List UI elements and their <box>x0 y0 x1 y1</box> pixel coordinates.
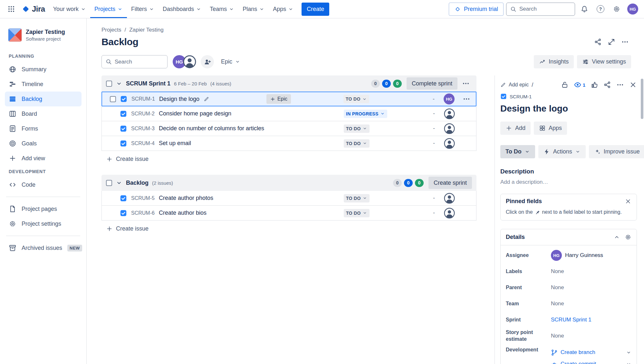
backlog-name[interactable]: Backlog <box>126 180 149 186</box>
breadcrumb-project-name[interactable]: Zapier Testing <box>129 27 163 33</box>
close-pinned-button[interactable] <box>625 198 631 205</box>
improve-issue-button[interactable]: Improve issue <box>589 145 644 158</box>
status-dropdown[interactable]: TO DO <box>344 209 370 217</box>
sidebar-item-backlog[interactable]: Backlog <box>5 92 82 106</box>
estimate-field[interactable]: - <box>429 210 439 216</box>
chevron-down-icon[interactable] <box>626 361 631 364</box>
unassigned-avatar[interactable] <box>444 138 455 149</box>
help-button[interactable]: ? <box>594 2 607 16</box>
issue-row[interactable]: SCRUM-1 Design the logo Epic TO DO - HG <box>101 92 476 106</box>
chevron-down-icon[interactable] <box>626 350 631 355</box>
add-epic-chip[interactable]: Epic <box>266 94 291 104</box>
app-switcher-button[interactable] <box>5 2 18 16</box>
sprint-header[interactable]: SCRUM Sprint 1 6 Feb – 20 Feb (4 issues)… <box>101 75 476 92</box>
estimate-field[interactable]: - <box>429 110 439 117</box>
unassigned-avatar[interactable] <box>444 208 455 219</box>
nav-filters[interactable]: Filters <box>127 0 159 18</box>
estimate-field[interactable]: - <box>429 140 439 147</box>
vote-button[interactable] <box>591 81 598 89</box>
backlog-search[interactable] <box>101 55 168 68</box>
add-button[interactable]: Add <box>500 122 531 135</box>
row-select-checkbox[interactable] <box>110 96 116 102</box>
sidebar-item-summary[interactable]: Summary <box>5 62 82 77</box>
issue-more-button[interactable] <box>616 81 624 89</box>
share-issue-button[interactable] <box>603 81 611 89</box>
status-dropdown[interactable]: To Do <box>500 145 535 158</box>
sprint-more-button[interactable] <box>460 77 472 90</box>
issue-title[interactable]: Consider home page design <box>159 110 231 117</box>
story-points-value[interactable]: None <box>551 333 631 339</box>
jira-logo[interactable]: Jira <box>19 5 48 14</box>
status-dropdown[interactable]: TO DO <box>344 194 370 202</box>
unassigned-avatar[interactable] <box>444 108 455 119</box>
sprint-select-checkbox[interactable] <box>106 81 112 87</box>
estimate-field[interactable]: - <box>429 195 439 202</box>
filter-avatar-unassigned[interactable] <box>183 55 196 68</box>
chevron-down-icon[interactable] <box>116 180 122 186</box>
breadcrumb-projects[interactable]: Projects <box>101 27 121 33</box>
view-settings-button[interactable]: View settings <box>577 55 631 68</box>
create-branch-link[interactable]: Create branch <box>551 347 631 358</box>
team-value[interactable]: None <box>551 300 631 307</box>
parent-value[interactable]: None <box>551 284 631 291</box>
create-commit-link[interactable]: Create commit <box>551 358 631 364</box>
assignee-value[interactable]: HGHarry Guinness <box>551 250 631 261</box>
sidebar-item-forms[interactable]: Forms <box>5 121 82 136</box>
edit-title-icon[interactable] <box>204 96 209 102</box>
unassigned-avatar[interactable] <box>444 123 455 134</box>
close-panel-button[interactable] <box>629 81 637 89</box>
global-search-input[interactable] <box>519 6 571 12</box>
nav-teams[interactable]: Teams <box>206 0 238 18</box>
settings-button[interactable] <box>610 2 623 16</box>
issue-title[interactable]: Design the logo <box>500 103 637 114</box>
nav-apps[interactable]: Apps <box>269 0 298 18</box>
insights-button[interactable]: Insights <box>534 55 574 68</box>
epic-filter-dropdown[interactable]: Epic <box>221 58 240 65</box>
sprint-link[interactable]: SCRUM Sprint 1 <box>551 317 631 323</box>
sprint-name[interactable]: SCRUM Sprint 1 <box>126 80 170 87</box>
issue-row[interactable]: SCRUM-3 Decide on number of columns for … <box>101 121 476 136</box>
premium-trial-button[interactable]: Premium trial <box>449 3 504 16</box>
labels-value[interactable]: None <box>551 268 631 275</box>
status-dropdown[interactable]: TO DO <box>343 95 369 103</box>
share-button[interactable] <box>592 36 604 48</box>
add-people-button[interactable] <box>201 55 214 68</box>
unassigned-avatar[interactable] <box>444 193 455 204</box>
issue-title[interactable]: Decide on number of columns for articles <box>159 125 264 132</box>
nav-plans[interactable]: Plans <box>238 0 269 18</box>
restrict-access-button[interactable] <box>561 81 569 89</box>
nav-your-work[interactable]: Your work <box>49 0 90 18</box>
create-issue-button[interactable]: Create issue <box>101 151 476 167</box>
complete-sprint-button[interactable]: Complete sprint <box>407 77 457 90</box>
issue-row[interactable]: SCRUM-2 Consider home page design IN PRO… <box>101 106 476 121</box>
sidebar-item-archived-issues[interactable]: Archived issuesNEW <box>5 241 82 255</box>
collapse-details-button[interactable] <box>613 234 620 241</box>
nav-projects[interactable]: Projects <box>90 0 127 18</box>
profile-menu-button[interactable]: HG <box>626 2 639 16</box>
global-search[interactable] <box>506 3 575 16</box>
notifications-button[interactable] <box>578 2 591 16</box>
project-header[interactable]: Zapier Testing Software project <box>5 28 82 50</box>
issue-title[interactable]: Design the logo <box>159 96 199 103</box>
sidebar-item-code[interactable]: Code <box>5 177 82 192</box>
sidebar-item-project-settings[interactable]: Project settings <box>5 216 82 231</box>
create-issue-button[interactable]: Create issue <box>101 221 476 237</box>
sidebar-item-project-pages[interactable]: Project pages <box>5 202 82 216</box>
nav-dashboards[interactable]: Dashboards <box>159 0 206 18</box>
issue-row[interactable]: SCRUM-4 Set up email TO DO - <box>101 136 476 151</box>
status-dropdown[interactable]: TO DO <box>344 139 370 148</box>
sidebar-item-board[interactable]: Board <box>5 106 82 121</box>
status-dropdown[interactable]: TO DO <box>344 124 370 133</box>
issue-row[interactable]: SCRUM-5 Create author photos TO DO - <box>101 191 476 206</box>
sidebar-item-goals[interactable]: Goals <box>5 136 82 151</box>
issue-title[interactable]: Create author bios <box>159 210 207 216</box>
sprint-dates[interactable]: 6 Feb – 20 Feb <box>174 81 207 86</box>
configure-fields-button[interactable] <box>625 234 631 241</box>
add-epic-button[interactable]: Add epic <box>509 82 529 88</box>
status-dropdown[interactable]: IN PROGRESS <box>344 110 387 118</box>
backlog-select-checkbox[interactable] <box>106 180 112 186</box>
create-sprint-button[interactable]: Create sprint <box>428 177 472 189</box>
apps-button[interactable]: Apps <box>534 122 567 135</box>
backlog-search-input[interactable] <box>115 59 164 65</box>
actions-dropdown[interactable]: Actions <box>538 145 586 158</box>
